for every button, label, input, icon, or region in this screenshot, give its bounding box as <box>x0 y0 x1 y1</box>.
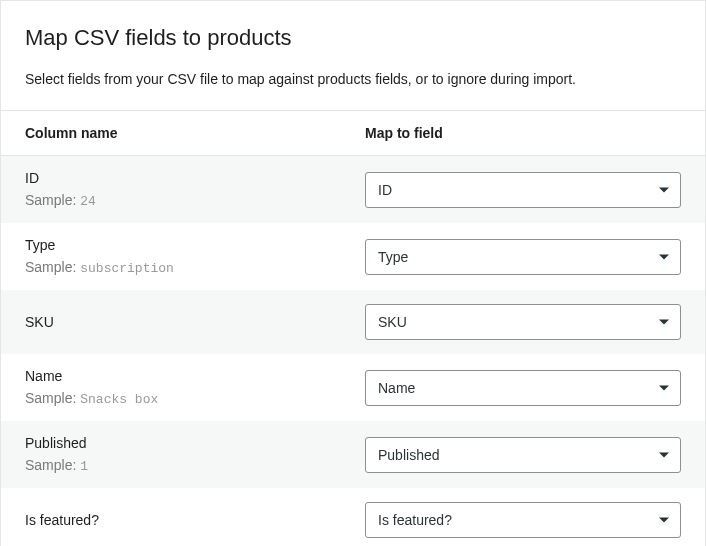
column-cell: Published Sample: 1 <box>25 435 365 474</box>
sample-label: Sample: <box>25 259 76 275</box>
sample-line: Sample: subscription <box>25 259 365 276</box>
sample-value: Snacks box <box>80 392 158 407</box>
column-name: Published <box>25 435 365 451</box>
column-cell: Is featured? <box>25 512 365 528</box>
table-row: Name Sample: Snacks box Name <box>1 354 705 421</box>
table-row: Type Sample: subscription Type <box>1 223 705 290</box>
column-name: Is featured? <box>25 512 365 528</box>
select-wrapper: Is featured? <box>365 502 681 538</box>
sample-value: subscription <box>80 261 174 276</box>
page-title: Map CSV fields to products <box>25 25 681 51</box>
map-to-field-header: Map to field <box>365 125 681 141</box>
column-cell: ID Sample: 24 <box>25 170 365 209</box>
sample-label: Sample: <box>25 457 76 473</box>
map-to-field-select[interactable]: Name <box>365 370 681 406</box>
panel-header: Map CSV fields to products Select fields… <box>1 1 705 110</box>
sample-value: 24 <box>80 194 96 209</box>
table-row: Is featured? Is featured? <box>1 488 705 546</box>
map-cell: Is featured? <box>365 502 681 538</box>
map-cell: SKU <box>365 304 681 340</box>
sample-label: Sample: <box>25 192 76 208</box>
map-to-field-select[interactable]: Is featured? <box>365 502 681 538</box>
sample-value: 1 <box>80 459 88 474</box>
csv-mapping-panel: Map CSV fields to products Select fields… <box>0 0 706 546</box>
map-to-field-select[interactable]: Type <box>365 239 681 275</box>
map-to-field-select[interactable]: ID <box>365 172 681 208</box>
column-name: SKU <box>25 314 365 330</box>
select-wrapper: Published <box>365 437 681 473</box>
column-name: Type <box>25 237 365 253</box>
table-row: Published Sample: 1 Published <box>1 421 705 488</box>
map-cell: Type <box>365 239 681 275</box>
map-cell: ID <box>365 172 681 208</box>
column-cell: Type Sample: subscription <box>25 237 365 276</box>
column-cell: SKU <box>25 314 365 330</box>
sample-line: Sample: 1 <box>25 457 365 474</box>
column-name: ID <box>25 170 365 186</box>
sample-label: Sample: <box>25 390 76 406</box>
sample-line: Sample: 24 <box>25 192 365 209</box>
mapping-table: Column name Map to field ID Sample: 24 I… <box>1 110 705 546</box>
select-wrapper: ID <box>365 172 681 208</box>
map-cell: Published <box>365 437 681 473</box>
select-wrapper: Type <box>365 239 681 275</box>
sample-line: Sample: Snacks box <box>25 390 365 407</box>
map-to-field-select[interactable]: Published <box>365 437 681 473</box>
select-wrapper: SKU <box>365 304 681 340</box>
page-subtitle: Select fields from your CSV file to map … <box>25 69 681 90</box>
map-to-field-select[interactable]: SKU <box>365 304 681 340</box>
table-header-row: Column name Map to field <box>1 110 705 156</box>
table-row: ID Sample: 24 ID <box>1 156 705 223</box>
map-cell: Name <box>365 370 681 406</box>
select-wrapper: Name <box>365 370 681 406</box>
table-row: SKU SKU <box>1 290 705 354</box>
column-name: Name <box>25 368 365 384</box>
column-cell: Name Sample: Snacks box <box>25 368 365 407</box>
column-name-header: Column name <box>25 125 365 141</box>
